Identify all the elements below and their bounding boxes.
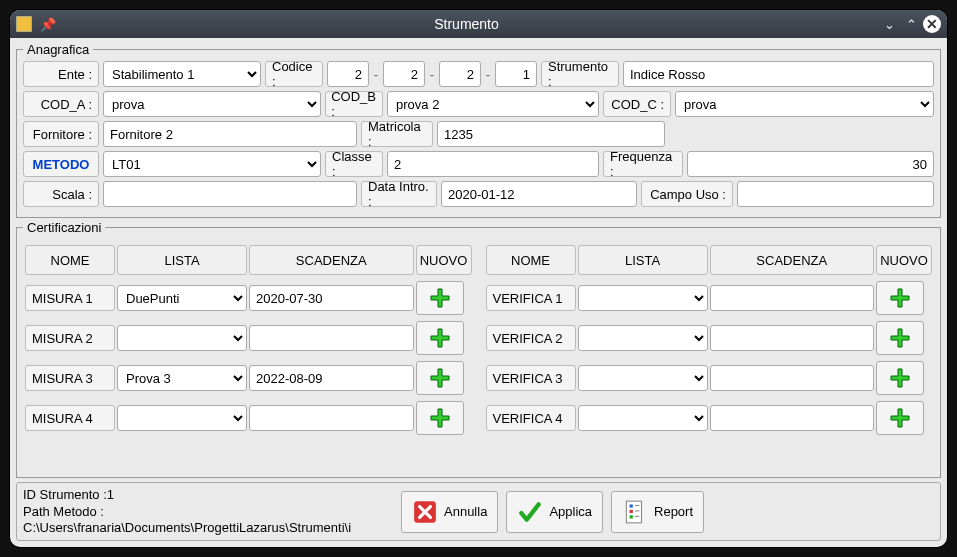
th-nome: NOME bbox=[486, 245, 576, 275]
codice-3[interactable] bbox=[439, 61, 481, 87]
codc-select[interactable]: prova bbox=[675, 91, 934, 117]
cert-scad-input[interactable] bbox=[249, 365, 414, 391]
apply-icon bbox=[517, 499, 543, 525]
cert-add-button[interactable] bbox=[416, 281, 464, 315]
report-button[interactable]: Report bbox=[611, 491, 704, 533]
certificazioni-fieldset: Certificazioni NOMELISTASCADENZANUOVOMIS… bbox=[16, 220, 941, 478]
cert-nome: MISURA 4 bbox=[25, 405, 115, 431]
cert-scad-input[interactable] bbox=[710, 325, 875, 351]
codc-label: COD_C : bbox=[603, 91, 671, 117]
cert-right: NOMELISTASCADENZANUOVOVERIFICA 1VERIFICA… bbox=[484, 239, 935, 441]
anagrafica-legend: Anagrafica bbox=[23, 42, 93, 57]
path-metodo-label: Path Metodo : bbox=[23, 504, 393, 520]
cert-lista-select[interactable] bbox=[578, 285, 708, 311]
cancel-icon bbox=[412, 499, 438, 525]
campouso-input[interactable] bbox=[737, 181, 934, 207]
titlebar: 📌 Strumento ⌄ ⌃ ✕ bbox=[10, 10, 947, 38]
cert-add-button[interactable] bbox=[416, 401, 464, 435]
codice-1[interactable] bbox=[327, 61, 369, 87]
frequenza-input[interactable] bbox=[687, 151, 934, 177]
matricola-input[interactable] bbox=[437, 121, 665, 147]
th-nome: NOME bbox=[25, 245, 115, 275]
cert-lista-select[interactable] bbox=[578, 365, 708, 391]
cert-lista-select[interactable]: DuePunti bbox=[117, 285, 247, 311]
plus-icon bbox=[888, 286, 912, 310]
codb-select[interactable]: prova 2 bbox=[387, 91, 599, 117]
th-lista: LISTA bbox=[578, 245, 708, 275]
coda-label: COD_A : bbox=[23, 91, 99, 117]
cert-lista-select[interactable] bbox=[117, 405, 247, 431]
cert-lista-select[interactable] bbox=[578, 405, 708, 431]
fornitore-input[interactable] bbox=[103, 121, 357, 147]
strumento-label: Strumento : bbox=[541, 61, 619, 87]
footer: ID Strumento :1 Path Metodo : C:\Users\f… bbox=[16, 482, 941, 541]
svg-rect-3 bbox=[630, 509, 633, 512]
th-nuovo: NUOVO bbox=[416, 245, 472, 275]
th-lista: LISTA bbox=[117, 245, 247, 275]
minimize-button[interactable]: ⌄ bbox=[879, 14, 899, 34]
cert-scad-input[interactable] bbox=[710, 285, 875, 311]
cert-add-button[interactable] bbox=[416, 321, 464, 355]
codice-label: Codice : bbox=[265, 61, 323, 87]
svg-rect-1 bbox=[626, 501, 641, 523]
cert-nome: VERIFICA 3 bbox=[486, 365, 576, 391]
cert-add-button[interactable] bbox=[876, 401, 924, 435]
dataintro-input[interactable] bbox=[441, 181, 637, 207]
maximize-button[interactable]: ⌃ bbox=[901, 14, 921, 34]
plus-icon bbox=[888, 366, 912, 390]
certificazioni-legend: Certificazioni bbox=[23, 220, 105, 235]
cert-add-button[interactable] bbox=[876, 281, 924, 315]
plus-icon bbox=[428, 326, 452, 350]
cert-scad-input[interactable] bbox=[249, 325, 414, 351]
ente-label: Ente : bbox=[23, 61, 99, 87]
ente-select[interactable]: Stabilimento 1 bbox=[103, 61, 261, 87]
cert-lista-select[interactable]: Prova 3 bbox=[117, 365, 247, 391]
cert-add-button[interactable] bbox=[416, 361, 464, 395]
cert-nome: MISURA 1 bbox=[25, 285, 115, 311]
pin-icon[interactable]: 📌 bbox=[40, 17, 56, 32]
svg-rect-2 bbox=[630, 504, 633, 507]
path-metodo-value: C:\Users\franaria\Documents\ProgettiLaza… bbox=[23, 520, 393, 536]
metodo-button[interactable]: METODO bbox=[23, 151, 99, 177]
codice-4[interactable] bbox=[495, 61, 537, 87]
applica-button[interactable]: Applica bbox=[506, 491, 603, 533]
cert-nome: VERIFICA 4 bbox=[486, 405, 576, 431]
cert-lista-select[interactable] bbox=[117, 325, 247, 351]
coda-select[interactable]: prova bbox=[103, 91, 321, 117]
cert-add-button[interactable] bbox=[876, 321, 924, 355]
fornitore-label: Fornitore : bbox=[23, 121, 99, 147]
classe-input[interactable] bbox=[387, 151, 599, 177]
codice-2[interactable] bbox=[383, 61, 425, 87]
plus-icon bbox=[888, 326, 912, 350]
th-scad: SCADENZA bbox=[249, 245, 414, 275]
plus-icon bbox=[428, 406, 452, 430]
app-icon bbox=[16, 16, 32, 32]
scala-label: Scala : bbox=[23, 181, 99, 207]
anagrafica-fieldset: Anagrafica Ente : Stabilimento 1 Codice … bbox=[16, 42, 941, 218]
cert-add-button[interactable] bbox=[876, 361, 924, 395]
dataintro-label: Data Intro. : bbox=[361, 181, 437, 207]
campouso-label: Campo Uso : bbox=[641, 181, 733, 207]
annulla-button[interactable]: Annulla bbox=[401, 491, 498, 533]
cert-scad-input[interactable] bbox=[249, 285, 414, 311]
plus-icon bbox=[428, 286, 452, 310]
report-icon bbox=[622, 499, 648, 525]
cert-nome: MISURA 2 bbox=[25, 325, 115, 351]
cert-lista-select[interactable] bbox=[578, 325, 708, 351]
id-strumento: ID Strumento :1 bbox=[23, 487, 393, 503]
scala-input[interactable] bbox=[103, 181, 357, 207]
th-nuovo: NUOVO bbox=[876, 245, 932, 275]
th-scad: SCADENZA bbox=[710, 245, 875, 275]
cert-nome: VERIFICA 2 bbox=[486, 325, 576, 351]
cert-nome: MISURA 3 bbox=[25, 365, 115, 391]
metodo-select[interactable]: LT01 bbox=[103, 151, 321, 177]
footer-info: ID Strumento :1 Path Metodo : C:\Users\f… bbox=[23, 487, 393, 536]
cert-scad-input[interactable] bbox=[249, 405, 414, 431]
matricola-label: Matricola : bbox=[361, 121, 433, 147]
strumento-input[interactable] bbox=[623, 61, 934, 87]
cert-scad-input[interactable] bbox=[710, 365, 875, 391]
window-title: Strumento bbox=[56, 16, 877, 32]
cert-scad-input[interactable] bbox=[710, 405, 875, 431]
close-button[interactable]: ✕ bbox=[923, 15, 941, 33]
cert-left: NOMELISTASCADENZANUOVOMISURA 1DuePuntiMI… bbox=[23, 239, 474, 441]
